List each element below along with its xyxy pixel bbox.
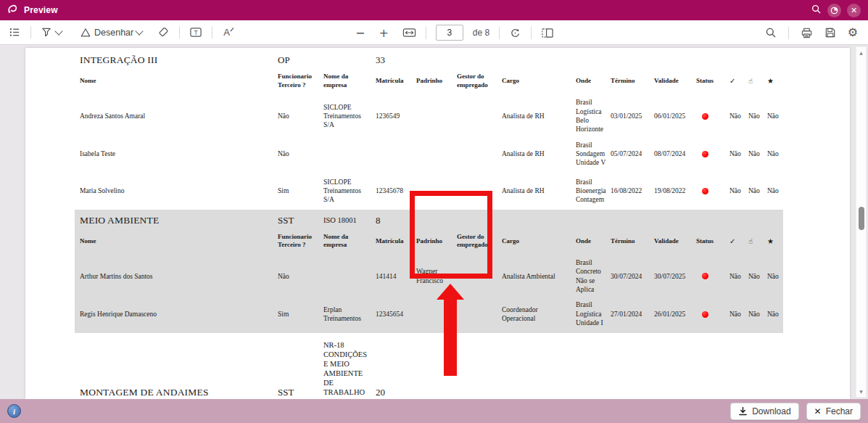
titlebar-close-icon[interactable]: ✕: [847, 4, 861, 17]
cell-name: Maria Solvelino: [75, 186, 278, 195]
download-button-label: Download: [752, 406, 790, 416]
page-total-label: de 8: [473, 28, 489, 38]
cell-end-date: 16/08/2022: [611, 186, 654, 195]
cell-validity: 26/01/2025: [654, 310, 696, 319]
section-title-row: MONTAGEM DE ANDAIMESSSTNR-18 CONDIÇÕES E…: [75, 333, 783, 400]
window-title: Preview: [24, 5, 58, 15]
column-header: Término: [611, 77, 654, 86]
column-header: Nome: [75, 77, 278, 86]
cell-third-party: Não: [278, 272, 323, 281]
toolbar-separator: [788, 27, 789, 39]
cell-validity: 19/08/2022: [654, 186, 696, 195]
vertical-scrollbar[interactable]: ▲ ▼: [856, 46, 867, 398]
scrollbar-thumb[interactable]: [859, 207, 864, 230]
preview-titlebar: Preview ✕: [0, 0, 868, 20]
annotation-arrow-shaft: [444, 298, 457, 376]
toolbar-separator: [426, 27, 426, 39]
cell-flag: Não: [729, 272, 748, 281]
close-button[interactable]: ✕ Fechar: [806, 403, 861, 420]
zoom-out-button[interactable]: −: [355, 26, 365, 40]
section-norm: NR-18 CONDIÇÕES E MEIO AMBIENTE DE TRABA…: [323, 340, 376, 400]
column-header: ★: [767, 76, 783, 86]
cell-third-party: Não: [278, 149, 323, 158]
cell-position: Analista de RH: [502, 149, 576, 158]
table-section: MONTAGEM DE ANDAIMESSSTNR-18 CONDIÇÕES E…: [75, 333, 783, 400]
cell-company: SICLOPE Treinamentos S/A: [323, 178, 376, 205]
cell-flag: Não: [748, 112, 767, 120]
cell-company: SICLOPE Treinamentos S/A: [323, 103, 376, 130]
titlebar-expand-icon[interactable]: [827, 4, 841, 17]
bottom-action-bar: i Download ✕ Fechar: [0, 399, 868, 423]
draw-tool-label: Desenhar: [94, 28, 133, 38]
cell-flag: Não: [729, 310, 748, 319]
cell-where: Brasil Sondagem Unidade V: [576, 141, 611, 168]
cell-position: Analista Ambiental: [502, 272, 576, 281]
cell-position: Analista de RH: [502, 186, 576, 195]
cell-name: Isabela Teste: [75, 149, 278, 158]
cell-third-party: Não: [278, 112, 323, 120]
cell-validity: 30/07/2025: [654, 272, 696, 281]
organize-pages-icon[interactable]: [541, 27, 554, 39]
cell-where: Brasil Concreto Não se Aplica: [576, 258, 611, 294]
thumbnail-panel-icon[interactable]: [9, 26, 21, 38]
cell-flag: Não: [767, 310, 783, 319]
column-header: Onde: [576, 237, 611, 246]
titlebar-search-icon[interactable]: [811, 4, 822, 17]
column-header: Nome: [75, 237, 278, 246]
cell-flag: Não: [729, 112, 748, 120]
cell-end-date: 05/07/2024: [611, 149, 654, 158]
rotate-page-icon[interactable]: [509, 27, 521, 39]
cell-status: [696, 311, 729, 318]
eraser-tool-icon[interactable]: [157, 26, 170, 38]
cell-name: Arthur Martins dos Santos: [75, 272, 278, 281]
column-header: Cargo: [502, 77, 576, 86]
cell-third-party: Sim: [278, 310, 323, 319]
fit-width-icon[interactable]: [402, 27, 416, 38]
column-header: Término: [611, 237, 654, 246]
section-type: OP: [278, 54, 323, 66]
cell-name: Regis Henrique Damasceno: [75, 310, 278, 319]
download-button[interactable]: Download: [730, 403, 798, 420]
page-number-input[interactable]: [436, 25, 463, 41]
svg-text:A: A: [223, 27, 230, 38]
toolbar-separator: [531, 27, 532, 39]
column-header: Onde: [576, 77, 611, 86]
text-box-tool-icon[interactable]: T: [189, 26, 202, 38]
cell-status: [696, 151, 729, 157]
column-header: Status: [696, 77, 729, 86]
chevron-down-icon: [54, 27, 62, 35]
column-header: ☝: [748, 76, 767, 86]
scroll-up-arrow-icon[interactable]: ▲: [856, 50, 866, 55]
zoom-in-button[interactable]: +: [379, 26, 388, 40]
print-icon[interactable]: [801, 27, 813, 39]
search-document-icon[interactable]: [765, 27, 777, 38]
save-icon[interactable]: [824, 27, 836, 38]
cell-flag: Não: [748, 310, 767, 319]
status-dot-icon: [702, 311, 708, 318]
section-title: MONTAGEM DE ANDAIMES: [75, 387, 278, 398]
annotation-highlight-rect: [410, 191, 492, 279]
highlighter-tool-button[interactable]: [41, 26, 62, 38]
cell-registration: 1236549: [376, 112, 416, 120]
cell-where: Brasil Logística Unidade I: [576, 300, 611, 327]
app-logo-icon: [7, 4, 18, 17]
column-header: Validade: [654, 77, 696, 86]
cell-where: Brasil Bioenergia Contagem: [576, 178, 611, 205]
scroll-down-arrow-icon[interactable]: ▼: [856, 389, 866, 394]
cell-end-date: 27/01/2024: [611, 310, 654, 319]
download-icon: [738, 406, 748, 416]
info-icon[interactable]: i: [7, 404, 21, 418]
settings-gear-icon[interactable]: ⚙: [848, 27, 858, 38]
cell-flag: Não: [748, 149, 767, 158]
toolbar-center-group: − + de 8: [355, 20, 554, 45]
section-title: INTEGRAÇÃO III: [75, 54, 278, 66]
column-header: Validade: [654, 237, 696, 246]
close-x-icon: ✕: [814, 406, 822, 416]
chevron-down-icon: [136, 27, 144, 35]
toolbar-separator: [30, 26, 31, 38]
draw-tool-button[interactable]: Desenhar: [80, 27, 142, 38]
table-header-row: NomeFuncionario Terceiro ?Nome da empres…: [75, 68, 783, 96]
section-type: SST: [278, 387, 323, 398]
status-dot-icon: [702, 188, 708, 194]
free-text-tool-icon[interactable]: A: [222, 26, 235, 38]
